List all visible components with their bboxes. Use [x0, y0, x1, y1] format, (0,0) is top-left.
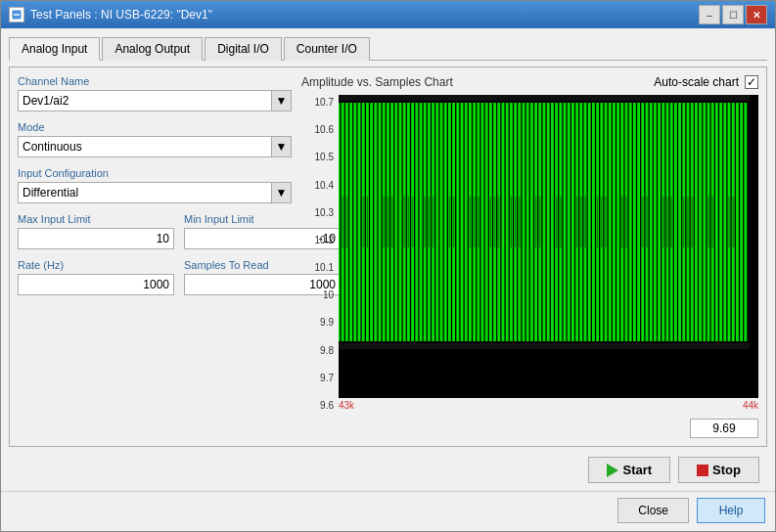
- autoscale-row: Auto-scale chart ✓: [654, 75, 758, 89]
- title-bar: Test Panels : NI USB-6229: "Dev1" – ☐ ✕: [1, 1, 775, 28]
- close-button[interactable]: Close: [617, 498, 689, 523]
- x-axis: 43k 44k: [339, 398, 758, 413]
- minimize-button[interactable]: –: [699, 5, 720, 24]
- y-label-5: 10.2: [301, 235, 337, 245]
- y-label-10: 9.7: [301, 373, 337, 383]
- rate-samples-row: Rate (Hz) Samples To Read: [18, 259, 292, 295]
- close-window-button[interactable]: ✕: [746, 5, 767, 24]
- help-button[interactable]: Help: [697, 498, 765, 523]
- channel-name-value: Dev1/ai2: [19, 94, 271, 108]
- y-axis: 10.7 10.6 10.5 10.4 10.3 10.2 10.1 10 9.…: [301, 95, 337, 413]
- current-value-display: 9.69: [690, 419, 758, 438]
- y-label-9: 9.8: [301, 345, 337, 356]
- main-window: Test Panels : NI USB-6229: "Dev1" – ☐ ✕ …: [0, 0, 776, 532]
- stop-button[interactable]: Stop: [678, 457, 759, 483]
- channel-name-dropdown-arrow[interactable]: ▼: [271, 91, 291, 111]
- autoscale-label: Auto-scale chart: [654, 75, 739, 89]
- y-label-6: 10.1: [301, 262, 337, 273]
- tabs-bar: Analog Input Analog Output Digital I/O C…: [9, 36, 767, 61]
- limits-row: Max Input Limit Min Input Limit: [18, 213, 292, 249]
- channel-name-label: Channel Name: [18, 75, 292, 87]
- mode-dropdown-arrow[interactable]: ▼: [271, 137, 291, 156]
- input-config-value: Differential: [19, 186, 271, 200]
- mode-group: Mode Continuous ▼: [18, 121, 292, 157]
- y-label-7: 10: [301, 289, 337, 300]
- max-input-field[interactable]: [18, 228, 174, 249]
- input-config-label: Input Configuration: [18, 167, 292, 179]
- main-panel: Channel Name Dev1/ai2 ▼ Mode Continuous …: [9, 66, 767, 447]
- footer-row: Close Help: [1, 491, 775, 531]
- chart-container: 43k 44k: [339, 95, 758, 413]
- content-area: Analog Input Analog Output Digital I/O C…: [1, 28, 775, 491]
- y-label-3: 10.4: [301, 180, 337, 191]
- left-panel: Channel Name Dev1/ai2 ▼ Mode Continuous …: [18, 75, 292, 438]
- rate-field[interactable]: [18, 274, 174, 295]
- max-input-group: Max Input Limit: [18, 213, 174, 249]
- start-label: Start: [622, 463, 652, 477]
- channel-name-group: Channel Name Dev1/ai2 ▼: [18, 75, 292, 111]
- autoscale-checkbox[interactable]: ✓: [745, 75, 758, 89]
- input-config-group: Input Configuration Differential ▼: [18, 167, 292, 203]
- input-config-select[interactable]: Differential ▼: [18, 182, 292, 203]
- rate-group: Rate (Hz): [18, 259, 174, 295]
- chart-canvas: [339, 95, 758, 398]
- tab-counter-io[interactable]: Counter I/O: [284, 37, 370, 61]
- x-end-label: 44k: [743, 400, 758, 411]
- chart-title: Amplitude vs. Samples Chart: [301, 75, 453, 89]
- chart-with-yaxis: 10.7 10.6 10.5 10.4 10.3 10.2 10.1 10 9.…: [301, 95, 758, 413]
- start-stop-row: Start Stop: [9, 453, 767, 483]
- app-icon: [9, 7, 24, 22]
- mode-select[interactable]: Continuous ▼: [18, 136, 292, 157]
- stop-icon: [697, 465, 708, 476]
- maximize-button[interactable]: ☐: [722, 5, 744, 24]
- mode-value: Continuous: [19, 140, 271, 154]
- mode-label: Mode: [18, 121, 292, 133]
- window-title: Test Panels : NI USB-6229: "Dev1": [30, 8, 212, 22]
- tab-analog-output[interactable]: Analog Output: [102, 37, 203, 61]
- input-config-dropdown-arrow[interactable]: ▼: [271, 183, 291, 202]
- y-label-4: 10.3: [301, 207, 337, 218]
- chart-header: Amplitude vs. Samples Chart Auto-scale c…: [301, 75, 758, 89]
- stop-label: Stop: [712, 463, 741, 477]
- tab-digital-io[interactable]: Digital I/O: [205, 37, 282, 61]
- x-start-label: 43k: [339, 400, 354, 411]
- title-buttons: – ☐ ✕: [699, 5, 767, 24]
- y-label-2: 10.5: [301, 152, 337, 162]
- right-panel: Amplitude vs. Samples Chart Auto-scale c…: [301, 75, 758, 438]
- rate-label: Rate (Hz): [18, 259, 174, 271]
- max-input-label: Max Input Limit: [18, 213, 174, 225]
- y-label-8: 9.9: [301, 317, 337, 328]
- y-label-1: 10.6: [301, 124, 337, 135]
- channel-name-select[interactable]: Dev1/ai2 ▼: [18, 90, 292, 111]
- y-label-0: 10.7: [301, 97, 337, 108]
- start-button[interactable]: Start: [588, 457, 670, 483]
- tab-analog-input[interactable]: Analog Input: [9, 37, 100, 61]
- y-label-11: 9.6: [301, 400, 337, 411]
- play-icon: [607, 464, 618, 477]
